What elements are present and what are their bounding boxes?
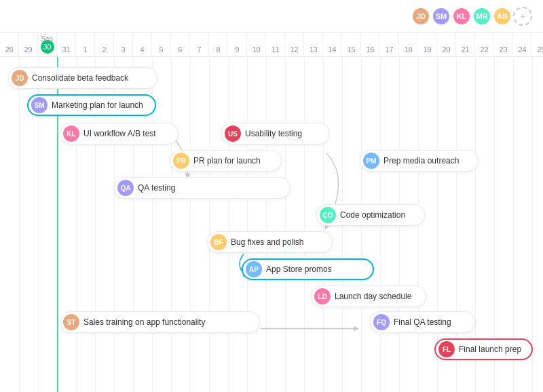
avatar[interactable]: AB (493, 7, 512, 26)
task-bar-t1[interactable]: JDConsolidate beta feedback (8, 67, 157, 89)
task-label: Consolidate beta feedback (32, 73, 128, 83)
avatar[interactable]: JD (411, 7, 430, 26)
task-avatar: KL (63, 125, 79, 142)
tasks-area: JDConsolidate beta feedbackSMMarketing p… (0, 57, 543, 392)
task-label: App Store promos (266, 264, 332, 274)
task-bar-t5[interactable]: PRPR plan for launch (170, 150, 282, 172)
task-avatar: ST (63, 314, 79, 330)
task-bar-t4[interactable]: USUsability testing (221, 123, 330, 144)
date-col-29: 29 (19, 33, 38, 56)
task-bar-t8[interactable]: COCode optimization (316, 204, 425, 226)
task-label: QA testing (138, 183, 175, 193)
task-avatar: AP (246, 261, 262, 277)
date-col-21: 21 (456, 33, 475, 56)
date-col-16: 16 (361, 33, 380, 56)
date-col-8: 8 (209, 33, 228, 56)
date-col-30: Sep30 (38, 33, 57, 56)
task-avatar: US (225, 125, 241, 142)
task-avatar: FQ (373, 314, 390, 330)
date-col-31: 31 (57, 33, 76, 56)
date-col-12: 12 (285, 33, 304, 56)
task-avatar: SM (31, 97, 48, 113)
task-label: Bug fixes and polish (231, 237, 303, 247)
task-bar-t7[interactable]: QAQA testing (114, 177, 291, 199)
add-member-button[interactable]: + (513, 7, 532, 26)
task-avatar: JD (12, 70, 28, 86)
date-col-10: 10 (247, 33, 266, 56)
task-bar-t6[interactable]: PMPrep media outreach (360, 150, 479, 172)
date-col-9: 9 (228, 33, 247, 56)
task-label: Prep media outreach (383, 156, 459, 165)
task-label: Code optimization (340, 210, 405, 220)
date-col-3: 3 (114, 33, 133, 56)
date-col-5: 5 (152, 33, 171, 56)
date-col-24: 24 (513, 33, 532, 56)
date-col-18: 18 (399, 33, 418, 56)
task-label: Sales training on app functionality (83, 317, 205, 327)
task-bar-t13[interactable]: FQFinal QA testing (370, 311, 475, 333)
task-label: UI workflow A/B test (83, 129, 156, 138)
date-col-15: 15 (342, 33, 361, 56)
header: JD SM KL MR AB + (0, 0, 543, 33)
date-col-13: 13 (304, 33, 323, 56)
date-header: 2829Sep303112345678910111213141516171819… (0, 33, 543, 57)
task-bar-t14[interactable]: FLFinal launch prep (434, 338, 533, 360)
date-col-22: 22 (475, 33, 494, 56)
task-bar-t11[interactable]: LDLaunch day schedule (311, 286, 426, 307)
date-col-19: 19 (418, 33, 437, 56)
task-label: Final launch prep (459, 345, 521, 354)
date-col-1: 1 (76, 33, 95, 56)
task-avatar: LD (314, 288, 331, 305)
date-col-6: 6 (171, 33, 190, 56)
date-col-20: 20 (437, 33, 456, 56)
task-bar-t12[interactable]: STSales training on app functionality (60, 311, 260, 333)
task-label: PR plan for launch (193, 156, 261, 165)
timeline: 2829Sep303112345678910111213141516171819… (0, 33, 543, 392)
task-bar-t2[interactable]: SMMarketing plan for launch (27, 94, 156, 116)
avatar[interactable]: SM (432, 7, 451, 26)
date-col-28: 28 (0, 33, 19, 56)
task-bar-t9[interactable]: BFBug fixes and polish (207, 231, 333, 253)
avatar-group: JD SM KL MR AB + (411, 7, 532, 26)
task-avatar: BF (210, 234, 227, 250)
date-col-17: 17 (380, 33, 399, 56)
task-bar-t10[interactable]: APApp Store promos (242, 258, 374, 280)
avatar[interactable]: KL (452, 7, 471, 26)
task-avatar: CO (320, 207, 336, 223)
date-col-7: 7 (190, 33, 209, 56)
date-col-4: 4 (133, 33, 152, 56)
task-avatar: QA (117, 180, 134, 196)
task-label: Marketing plan for launch (52, 100, 143, 110)
task-label: Launch day schedule (335, 292, 411, 301)
task-avatar: PR (173, 153, 189, 169)
avatar[interactable]: MR (472, 7, 491, 26)
date-col-25: 25 (532, 33, 543, 56)
task-label: Usability testing (245, 129, 302, 138)
task-avatar: PM (363, 153, 379, 169)
date-col-11: 11 (266, 33, 285, 56)
task-avatar: FL (438, 341, 455, 357)
task-label: Final QA testing (394, 317, 451, 327)
date-col-14: 14 (323, 33, 342, 56)
date-col-23: 23 (494, 33, 513, 56)
date-col-2: 2 (95, 33, 114, 56)
task-bar-t3[interactable]: KLUI workflow A/B test (60, 123, 179, 144)
